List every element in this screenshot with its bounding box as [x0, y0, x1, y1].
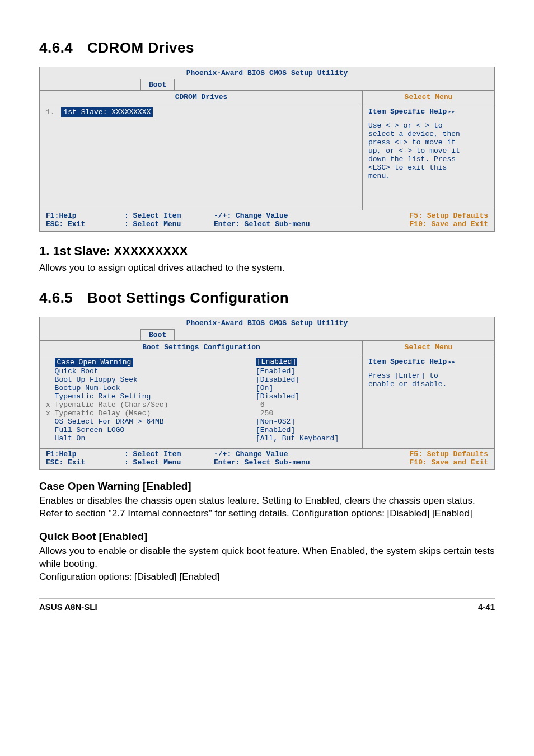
heading-465-num: 4.6.5: [39, 289, 73, 307]
bios2-tab-boot[interactable]: Boot: [140, 329, 175, 340]
heading-quick-boot: Quick Boot [Enabled]: [39, 530, 495, 543]
bios1-f-c2: : Select Item : Select Menu: [124, 212, 214, 228]
bios1-help: Item Specific Help Use < > or < > to sel…: [363, 104, 494, 210]
bios1-footer: F1:Help ESC: Exit : Select Item : Select…: [40, 210, 494, 231]
bios2-setting-label[interactable]: Case Open Warning: [46, 358, 256, 367]
bios2-setting-value[interactable]: [Enabled]: [256, 426, 357, 434]
bios2-setting-value[interactable]: [Disabled]: [256, 375, 357, 384]
heading-465: 4.6.5 Boot Settings Configuration: [39, 289, 495, 307]
body-quick-boot: Allows you to enable or disable the syst…: [39, 545, 495, 584]
bios-boot-settings: Phoenix-Award BIOS CMOS Setup Utility Bo…: [39, 317, 495, 470]
bios1-f-c4: F5: Setup Defaults F10: Save and Exit: [337, 212, 488, 228]
bios1-tab-boot[interactable]: Boot: [140, 79, 175, 90]
bios2-f-c4: F5: Setup Defaults F10: Save and Exit: [337, 450, 488, 467]
page: 4.6.4 CDROM Drives Phoenix-Award BIOS CM…: [0, 0, 534, 628]
bios2-tabrow: Boot: [40, 327, 494, 340]
arrows-icon: [447, 107, 455, 116]
bios1-title: Phoenix-Award BIOS CMOS Setup Utility: [40, 67, 494, 77]
bios2-footer: F1:Help ESC: Exit : Select Item : Select…: [40, 449, 494, 469]
bios1-row-prefix: 1.: [46, 108, 55, 116]
bios2-f-c3: -/+: Change Value Enter: Select Sub-menu: [214, 450, 337, 467]
bios2-setting-value[interactable]: 250: [256, 409, 357, 417]
bios2-setting-label[interactable]: Typematic Rate Setting: [46, 392, 256, 401]
heading-464-title: CDROM Drives: [87, 39, 194, 56]
bios2-list: Case Open Warning[Enabled] Quick Boot[En…: [40, 354, 363, 449]
bios2-help-body: Press [Enter] to enable or disable.: [368, 372, 488, 388]
heading-464-num: 4.6.4: [39, 39, 73, 57]
bios2-setting-value[interactable]: [On]: [256, 384, 357, 392]
bios2-help-head: Item Specific Help: [368, 358, 488, 366]
body-case-open: Enables or disables the chassis open sta…: [39, 495, 495, 520]
bios2-setting-label[interactable]: Bootup Num-Lock: [46, 384, 256, 392]
bios2-setting-label[interactable]: x Typematic Delay (Msec): [46, 409, 256, 417]
bios1-f-c3: -/+: Change Value Enter: Select Sub-menu: [214, 212, 337, 228]
bios2-setting-label[interactable]: Boot Up Floppy Seek: [46, 375, 256, 384]
bios2-setting-value[interactable]: [Enabled]: [256, 367, 357, 375]
bios2-setting-label[interactable]: Quick Boot: [46, 367, 256, 375]
bios2-setting-label[interactable]: Full Screen LOGO: [46, 426, 256, 434]
bios2-setting-label[interactable]: Halt On: [46, 434, 256, 443]
bios2-setting-value[interactable]: [All, But Keyboard]: [256, 434, 357, 443]
bios1-f-c1: F1:Help ESC: Exit: [46, 212, 124, 228]
bios2-setting-label[interactable]: OS Select For DRAM > 64MB: [46, 417, 256, 426]
heading-1st-slave: 1. 1st Slave: XXXXXXXXX: [39, 244, 495, 259]
heading-case-open: Case Open Warning [Enabled]: [39, 480, 495, 492]
footer-right: 4-41: [478, 602, 495, 612]
divider: [39, 598, 495, 599]
heading-464: 4.6.4 CDROM Drives: [39, 39, 495, 57]
arrows-icon: [447, 358, 455, 366]
bios2-setting-value[interactable]: [Non-OS2]: [256, 417, 357, 426]
bios1-row-1st-slave[interactable]: 1st Slave: XXXXXXXXX: [61, 107, 153, 117]
bios1-list: 1. 1st Slave: XXXXXXXXX: [40, 104, 363, 210]
bios2-right-header: Select Menu: [363, 340, 494, 354]
bios2-setting-value[interactable]: 6: [256, 401, 357, 409]
body-1st-slave: Allows you to assign optical drives atta…: [39, 262, 495, 275]
bios1-left-header: CDROM Drives: [40, 90, 363, 104]
bios2-title: Phoenix-Award BIOS CMOS Setup Utility: [40, 317, 494, 327]
page-footer: ASUS A8N-SLI 4-41: [39, 602, 495, 612]
bios1-help-body: Use < > or < > to select a device, then …: [368, 121, 488, 180]
heading-465-title: Boot Settings Configuration: [87, 289, 289, 306]
bios2-setting-value[interactable]: [Disabled]: [256, 392, 357, 401]
bios2-f-c1: F1:Help ESC: Exit: [46, 450, 124, 467]
footer-left: ASUS A8N-SLI: [39, 602, 97, 612]
bios2-f-c2: : Select Item : Select Menu: [124, 450, 214, 467]
bios2-setting-value[interactable]: [Enabled]: [256, 358, 357, 367]
bios-cdrom-drives: Phoenix-Award BIOS CMOS Setup Utility Bo…: [39, 67, 495, 232]
bios2-setting-label[interactable]: x Typematic Rate (Chars/Sec): [46, 401, 256, 409]
bios2-left-header: Boot Settings Configuration: [40, 340, 363, 354]
bios1-right-header: Select Menu: [363, 90, 494, 104]
bios1-tabrow: Boot: [40, 77, 494, 90]
bios1-help-head: Item Specific Help: [368, 107, 488, 116]
bios2-help: Item Specific Help Press [Enter] to enab…: [363, 354, 494, 449]
